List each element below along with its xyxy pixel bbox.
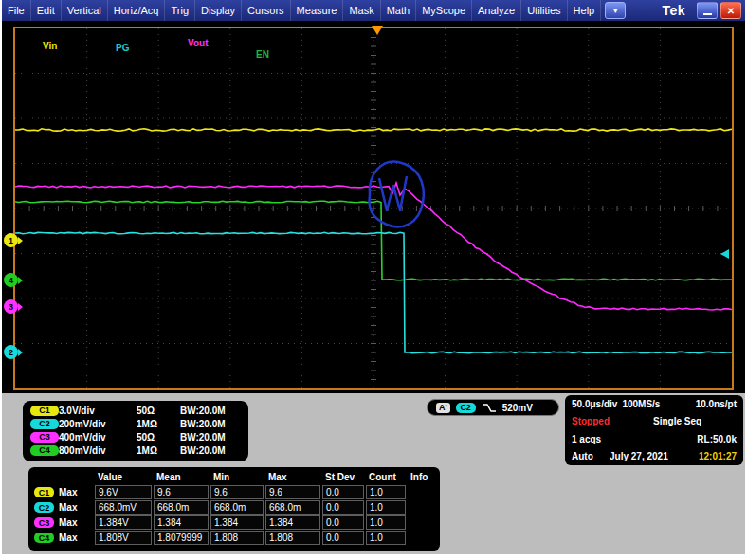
channel-impedance: 1MΩ: [137, 445, 180, 456]
date-display: July 27, 2021: [610, 451, 668, 461]
menu-item-file[interactable]: File: [2, 0, 31, 21]
measurement-cell: 0.0: [322, 485, 364, 499]
trigger-position-marker[interactable]: [372, 26, 383, 35]
channel-4-marker-arrow: [18, 277, 23, 284]
close-button[interactable]: ✕: [720, 2, 741, 19]
menu-item-mask[interactable]: Mask: [343, 0, 380, 21]
measurement-cell: 668.0m: [154, 500, 209, 515]
measurement-row-c4: C4Max1.808V1.80799991.8081.8080.01.0: [32, 531, 436, 545]
menu-item-trig[interactable]: Trig: [165, 0, 195, 21]
menu-item-edit[interactable]: Edit: [31, 0, 62, 21]
measurement-cell: 9.6: [210, 485, 264, 499]
timebase: 50.0μs/div: [572, 399, 617, 409]
channel-bandwidth: BW:20.0M: [180, 406, 241, 416]
menu-item-horiz-acq[interactable]: Horiz/Acq: [108, 0, 166, 21]
measurement-cell: 1.0: [366, 485, 406, 499]
tek-logo: Tek: [662, 3, 685, 18]
measurement-row-c3: C3Max1.384V1.3841.3841.3840.01.0: [32, 515, 436, 530]
measurement-cell: 0.0: [322, 515, 364, 530]
menu-item-myscope[interactable]: MyScope: [416, 0, 472, 21]
channel-4-marker[interactable]: 4: [4, 273, 18, 287]
channel-impedance: 50Ω: [137, 406, 180, 416]
channel-1-marker[interactable]: 1: [4, 233, 18, 247]
channel-readout-c2[interactable]: C2200mV/div1MΩBW:20.0M: [23, 417, 248, 430]
label-vout: Vout: [188, 38, 209, 48]
measurement-type: Max: [59, 502, 77, 513]
minimize-button[interactable]: [697, 2, 718, 19]
falling-edge-icon: [482, 403, 497, 413]
menu-item-display[interactable]: Display: [195, 0, 242, 21]
measurement-cell: 1.384: [210, 515, 264, 530]
measurement-cell: 9.6: [154, 485, 209, 499]
menu-item-help[interactable]: Help: [568, 0, 602, 21]
channel-scale: 800mV/div: [59, 445, 137, 456]
measurement-cell: 1.808V: [95, 531, 152, 545]
menu-item-measure[interactable]: Measure: [291, 0, 344, 21]
channel-badge-c2: C2: [34, 502, 54, 513]
channel-3-marker[interactable]: 3: [4, 299, 18, 314]
channel-badge-c4: C4: [34, 533, 54, 543]
channel-impedance: 50Ω: [137, 432, 180, 443]
menu-bar: FileEditVerticalHoriz/AcqTrigDisplayCurs…: [2, 0, 745, 21]
column-header-mean: Mean: [154, 472, 210, 482]
measurement-cell: 1.384V: [95, 515, 152, 530]
channel-readout-c4[interactable]: C4800mV/div1MΩBW:20.0M: [23, 443, 248, 457]
measurement-cell: 1.808: [210, 531, 264, 545]
clock: 12:01:27: [699, 451, 737, 461]
status-panel: C13.0V/div50ΩBW:20.0MC2200mV/div1MΩBW:20…: [2, 393, 745, 554]
label-vin: Vin: [43, 41, 57, 51]
measurement-cell: 668.0m: [265, 500, 320, 515]
acquisition-status: Stopped: [572, 416, 653, 426]
measurement-cell: 668.0mV: [95, 500, 152, 515]
channel-readout-c1[interactable]: C13.0V/div50ΩBW:20.0M: [23, 404, 248, 417]
menu-item-analyze[interactable]: Analyze: [472, 0, 521, 21]
measurement-cell: 1.384: [265, 515, 320, 530]
menu-item-vertical[interactable]: Vertical: [62, 0, 108, 21]
channel-2-marker[interactable]: 2: [4, 345, 18, 359]
column-header-min: Min: [210, 472, 265, 482]
column-header-count: Count: [366, 472, 408, 482]
trigger-level: 520mV: [502, 403, 533, 413]
channel-bandwidth: BW:20.0M: [180, 445, 241, 456]
trigger-readout[interactable]: A' C2 520mV: [427, 399, 559, 416]
acquisition-readout[interactable]: 50.0μs/div 100MS/s 10.0ns/pt Stopped Sin…: [565, 395, 743, 465]
channel-readout-c3[interactable]: C3400mV/div50ΩBW:20.0M: [23, 430, 248, 443]
menu-item-utilities[interactable]: Utilities: [521, 0, 567, 21]
measurement-cell: 0.0: [322, 531, 364, 545]
graticule: VinPGVoutEN: [13, 27, 734, 390]
waveform-canvas: VinPGVoutEN: [15, 28, 732, 388]
trace-vin: [15, 129, 732, 131]
measurement-cell: 9.6V: [95, 485, 152, 499]
measurement-type: Max: [59, 533, 77, 543]
menu-item-math[interactable]: Math: [381, 0, 416, 21]
record-length: RL:50.0k: [697, 434, 737, 444]
channel-scale: 400mV/div: [59, 432, 137, 443]
channel-badge-c4: C4: [30, 445, 59, 456]
label-pg: PG: [116, 43, 130, 53]
label-en: EN: [256, 49, 269, 60]
measurement-cell: 9.6: [265, 485, 320, 499]
measurement-cell: 668.0m: [210, 500, 264, 515]
minimize-icon: [703, 13, 712, 15]
channel-readouts: C13.0V/div50ΩBW:20.0MC2200mV/div1MΩBW:20…: [23, 401, 248, 461]
measurement-cell: 1.808: [265, 531, 320, 545]
scope-display: VinPGVoutEN 1432: [2, 21, 745, 393]
measurement-header-row: ValueMeanMinMaxSt DevCountInfo: [32, 470, 436, 484]
trigger-level-arrow[interactable]: [720, 249, 729, 259]
measurement-cell: 1.8079999: [154, 531, 209, 545]
column-header-max: Max: [265, 472, 322, 482]
channel-scale: 3.0V/div: [59, 406, 137, 416]
channel-badge-c1: C1: [30, 406, 59, 416]
channel-badge-c3: C3: [34, 517, 54, 528]
menu-item-cursors[interactable]: Cursors: [242, 0, 291, 21]
measurement-cell: 1.384: [154, 515, 209, 530]
oscilloscope-app: FileEditVerticalHoriz/AcqTrigDisplayCurs…: [0, 0, 747, 560]
column-header-value: Value: [95, 472, 154, 482]
column-header-info: Info: [408, 472, 436, 482]
close-icon: ✕: [727, 6, 735, 16]
measurement-cell: 1.0: [366, 531, 406, 545]
channel-3-marker-arrow: [18, 303, 23, 311]
channel-impedance: 1MΩ: [137, 419, 180, 429]
menu-dropdown-button[interactable]: ▼: [605, 2, 626, 19]
measurement-type: Max: [59, 517, 77, 528]
